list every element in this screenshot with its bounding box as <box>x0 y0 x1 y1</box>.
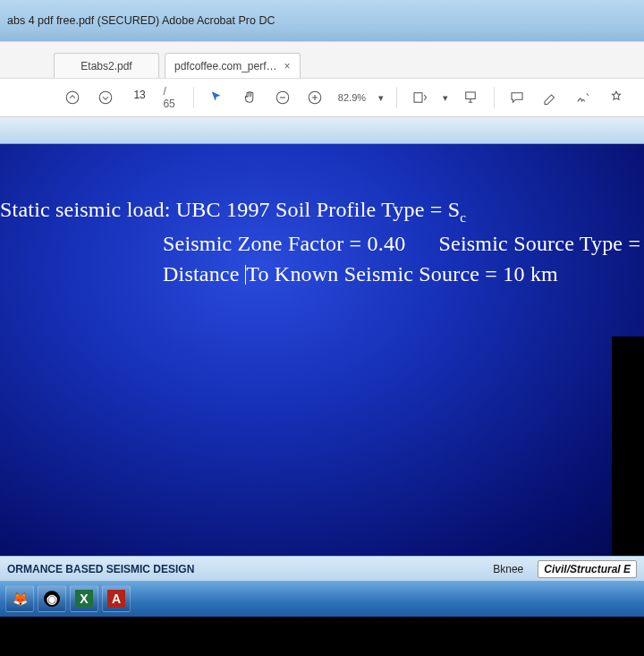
taskbar-spacer <box>134 581 639 617</box>
slide-line-2: Seismic Zone Factor = 0.40 Seismic Sourc… <box>0 228 644 260</box>
window-title: abs 4 pdf free.pdf (SECURED) Adobe Acrob… <box>7 14 275 27</box>
tab-etabs2[interactable]: Etabs2.pdf <box>54 53 159 78</box>
toolbar-separator <box>193 87 194 108</box>
main-toolbar: 13 / 65 82.9% ▾ ▾ <box>0 78 644 117</box>
zoom-out-icon[interactable] <box>272 87 292 108</box>
taskbar-reader[interactable]: A <box>102 585 131 612</box>
highlight-icon[interactable] <box>539 87 560 108</box>
text-cursor <box>245 265 247 285</box>
footer-mid: Bknee <box>493 563 523 575</box>
document-viewport[interactable]: Static seismic load: UBC 1997 Soil Profi… <box>0 144 644 556</box>
comment-icon[interactable] <box>507 87 528 108</box>
overlay-black-panel <box>612 337 644 556</box>
ribbon-gradient <box>0 117 644 144</box>
footer-left: ORMANCE BASED SEISMIC DESIGN <box>7 563 194 575</box>
fit-width-icon[interactable] <box>410 87 430 108</box>
sign-icon[interactable] <box>572 87 593 108</box>
close-icon[interactable]: × <box>284 60 291 72</box>
taskbar-firefox[interactable]: 🦊 <box>5 585 34 612</box>
page-down-icon[interactable] <box>96 87 116 108</box>
footer-right-badge: Civil/Structural E <box>538 560 637 578</box>
read-mode-icon[interactable] <box>461 87 481 108</box>
window-titlebar: abs 4 pdf free.pdf (SECURED) Adobe Acrob… <box>0 0 644 41</box>
slide-line-1: Static seismic load: UBC 1997 Soil Profi… <box>0 194 644 228</box>
tab-label: pdfcoffee.com_perf… <box>174 60 277 72</box>
svg-rect-4 <box>414 93 422 103</box>
page-total: / 65 <box>163 85 180 110</box>
tab-label: Etabs2.pdf <box>80 60 131 72</box>
hand-tool-icon[interactable] <box>239 87 259 108</box>
taskbar-github[interactable]: ◉ <box>38 585 66 612</box>
firefox-icon: 🦊 <box>13 592 28 606</box>
acrobat-top-area: Etabs2.pdf pdfcoffee.com_perf… × 13 / 65 <box>0 41 644 117</box>
zoom-value[interactable]: 82.9% <box>338 92 366 103</box>
toolbar-separator <box>396 87 397 108</box>
windows-taskbar: 🦊 ◉ X A <box>0 581 644 617</box>
tab-pdfcoffee[interactable]: pdfcoffee.com_perf… × <box>165 53 301 78</box>
zoom-dropdown-icon[interactable]: ▾ <box>378 92 384 104</box>
svg-point-0 <box>67 91 80 104</box>
adobe-reader-icon: A <box>107 590 125 608</box>
excel-icon: X <box>75 590 93 608</box>
taskbar-excel[interactable]: X <box>70 585 98 612</box>
stamp-icon[interactable] <box>606 87 626 108</box>
document-tabs: Etabs2.pdf pdfcoffee.com_perf… × <box>0 42 644 78</box>
github-icon: ◉ <box>44 591 60 607</box>
zoom-in-icon[interactable] <box>305 87 326 108</box>
slide-footer-bar: ORMANCE BASED SEISMIC DESIGN Bknee Civil… <box>0 556 644 581</box>
toolbar-separator <box>494 87 495 108</box>
select-tool-icon[interactable] <box>206 87 226 108</box>
fit-dropdown-icon[interactable]: ▾ <box>443 92 448 104</box>
page-up-icon[interactable] <box>63 87 83 108</box>
svg-rect-5 <box>466 92 476 99</box>
svg-point-1 <box>100 91 113 104</box>
slide-line-3: Distance To Known Seismic Source = 10 km <box>0 259 644 290</box>
letterbox-bottom <box>0 617 644 656</box>
slide-content: Static seismic load: UBC 1997 Soil Profi… <box>0 144 644 556</box>
page-current-input[interactable]: 13 <box>129 89 151 106</box>
